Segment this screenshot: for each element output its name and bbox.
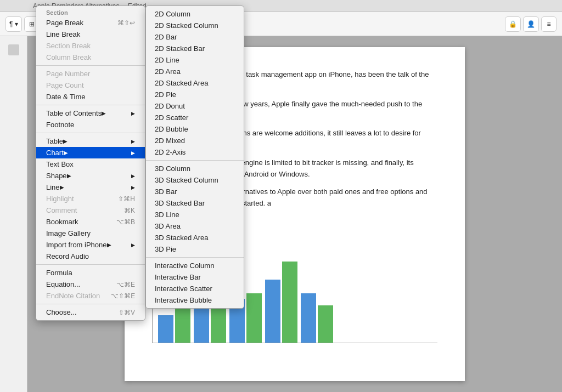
- menu-shortcut-comment: ⌘K: [124, 207, 135, 214]
- menu-item-image-gallery[interactable]: Image Gallery: [36, 228, 145, 239]
- menu-item-date-time[interactable]: Date & Time: [36, 91, 145, 103]
- menu-shortcut-highlight: ⇧⌘H: [118, 195, 135, 203]
- menu-label-endnote: EndNote Citation: [46, 292, 100, 300]
- share-btn[interactable]: 🔒: [505, 16, 521, 32]
- submenu-3d-stacked-area[interactable]: 3D Stacked Area: [146, 232, 244, 243]
- menu-item-line[interactable]: Line ▶: [36, 181, 145, 193]
- submenu-3d-bar[interactable]: 3D Bar: [146, 186, 244, 197]
- menu-item-import-iphone[interactable]: Import from iPhone ▶: [36, 239, 145, 251]
- toc-arrow: ▶: [102, 110, 106, 116]
- menu-label-formula: Formula: [46, 269, 72, 277]
- sidebar-icon: [8, 44, 19, 55]
- submenu-2d-mixed[interactable]: 2D Mixed: [146, 135, 244, 146]
- menu-item-equation[interactable]: Equation... ⌥⌘E: [36, 279, 145, 290]
- separator-5: [36, 304, 145, 304]
- submenu-3d-column[interactable]: 3D Column: [146, 163, 244, 174]
- menu-item-footnote[interactable]: Footnote: [36, 119, 145, 130]
- submenu-3d-pie[interactable]: 3D Pie: [146, 243, 244, 255]
- submenu-sep-1: [146, 160, 244, 161]
- menu-label-comment: Comment: [46, 206, 77, 214]
- submenu-interactive-bubble[interactable]: Interactive Bubble: [146, 294, 244, 306]
- submenu-2d-2axis[interactable]: 2D 2-Axis: [146, 146, 244, 158]
- submenu-3d-area[interactable]: 3D Area: [146, 220, 244, 232]
- menu-label-text-box: Text Box: [46, 160, 74, 168]
- menu-item-record-audio[interactable]: Record Audio: [36, 251, 145, 262]
- collaborate-btn[interactable]: 👤: [523, 16, 539, 32]
- bar-4-green: [282, 262, 297, 343]
- menu-shortcut-page-break: ⌘⇧↩: [117, 19, 135, 27]
- bar-3-green: [246, 293, 262, 343]
- menu-item-choose[interactable]: Choose... ⇧⌘V: [36, 306, 145, 318]
- menu-item-table-of-contents[interactable]: Table of Contents ▶: [36, 107, 145, 119]
- menu-shortcut-choose: ⇧⌘V: [119, 309, 135, 316]
- submenu-2d-pie[interactable]: 2D Pie: [146, 89, 244, 100]
- menu-label-line: Line: [46, 183, 60, 191]
- chart-arrow: ▶: [64, 150, 68, 156]
- bar-group-4: [265, 262, 297, 343]
- submenu-2d-scatter[interactable]: 2D Scatter: [146, 112, 244, 123]
- bar-group-1: [158, 305, 190, 343]
- submenu-2d-stacked-bar[interactable]: 2D Stacked Bar: [146, 43, 244, 54]
- menu-shortcut-bookmark: ⌥⌘B: [116, 218, 135, 226]
- bar-group-5: [301, 293, 333, 343]
- menu-item-page-break[interactable]: Page Break ⌘⇧↩: [36, 17, 145, 29]
- submenu-3d-stacked-bar[interactable]: 3D Stacked Bar: [146, 197, 244, 209]
- format-btn[interactable]: ≡: [541, 16, 557, 32]
- menu-label-shape: Shape: [46, 172, 67, 180]
- submenu-interactive-scatter[interactable]: Interactive Scatter: [146, 283, 244, 294]
- line-arrow: ▶: [60, 184, 64, 190]
- submenu-interactive-column[interactable]: Interactive Column: [146, 260, 244, 271]
- paragraph-btn[interactable]: ¶ ▾: [5, 16, 22, 32]
- menu-label-image-gallery: Image Gallery: [46, 229, 91, 237]
- menu-label-highlight: Highlight: [46, 195, 74, 203]
- menu-label-section-break: Section Break: [46, 42, 91, 50]
- submenu-interactive-bar[interactable]: Interactive Bar: [146, 271, 244, 283]
- menu-item-table[interactable]: Table ▶: [36, 135, 145, 147]
- menu-label-import-iphone: Import from iPhone: [46, 241, 107, 249]
- submenu-3d-line[interactable]: 3D Line: [146, 209, 244, 220]
- menu-label-page-break: Page Break: [46, 19, 83, 27]
- menu-item-comment: Comment ⌘K: [36, 204, 145, 216]
- bar-5-green: [318, 305, 333, 343]
- menu-item-endnote: EndNote Citation ⌥⇧⌘E: [36, 290, 145, 302]
- toolbar-group-right: 🔒 👤 ≡: [505, 16, 557, 32]
- bar-4-blue: [265, 280, 280, 343]
- menu-item-shape[interactable]: Shape ▶: [36, 170, 145, 181]
- submenu-2d-column[interactable]: 2D Column: [146, 8, 244, 20]
- menu-label-line-break: Line Break: [46, 30, 80, 38]
- submenu-2d-donut[interactable]: 2D Donut: [146, 100, 244, 112]
- menu-item-line-break[interactable]: Line Break: [36, 29, 145, 40]
- menu-label-footnote: Footnote: [46, 121, 74, 129]
- submenu-2d-bar[interactable]: 2D Bar: [146, 31, 244, 43]
- menu-label-page-count: Page Count: [46, 81, 84, 89]
- menu-label-toc: Table of Contents: [46, 109, 102, 117]
- submenu-2d-line[interactable]: 2D Line: [146, 54, 244, 66]
- submenu-2d-area[interactable]: 2D Area: [146, 66, 244, 77]
- menu-item-chart[interactable]: Chart ▶: [36, 147, 145, 158]
- submenu-2d-bubble[interactable]: 2D Bubble: [146, 123, 244, 135]
- submenu-3d-stacked-column[interactable]: 3D Stacked Column: [146, 174, 244, 186]
- menu-label-chart: Chart: [46, 149, 64, 157]
- submenu-2d-stacked-column[interactable]: 2D Stacked Column: [146, 20, 244, 31]
- bar-5-blue: [301, 293, 316, 343]
- menu-shortcut-endnote: ⌥⇧⌘E: [111, 292, 135, 300]
- menu-item-bookmark[interactable]: Bookmark ⌥⌘B: [36, 216, 145, 228]
- menu-item-section-break: Section Break: [36, 40, 145, 52]
- sidebar: [0, 36, 27, 392]
- shape-arrow: ▶: [67, 173, 71, 179]
- menu-label-bookmark: Bookmark: [46, 218, 78, 226]
- submenu-2d-stacked-area[interactable]: 2D Stacked Area: [146, 77, 244, 89]
- submenu-sep-2: [146, 257, 244, 258]
- menu-item-formula[interactable]: Formula: [36, 267, 145, 279]
- menu-header: Section: [36, 8, 145, 17]
- menu-label-date-time: Date & Time: [46, 93, 86, 101]
- menu-label-equation: Equation...: [46, 280, 80, 288]
- bar-2-blue: [194, 309, 209, 343]
- menu-item-highlight: Highlight ⇧⌘H: [36, 193, 145, 204]
- separator-3: [36, 133, 145, 133]
- separator-1: [36, 65, 145, 66]
- menu-item-page-count: Page Count: [36, 79, 145, 91]
- bar-1-blue: [158, 315, 173, 343]
- menu-item-text-box[interactable]: Text Box: [36, 158, 145, 170]
- menu-label-record-audio: Record Audio: [46, 252, 89, 260]
